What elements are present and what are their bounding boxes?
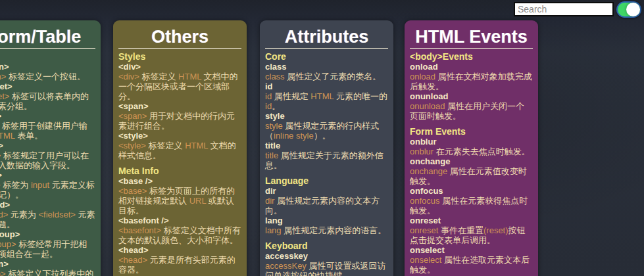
entry-desc: onchange 属性在元素值改变时触发。 <box>410 166 533 186</box>
section-heading: Meta Info <box>118 166 241 176</box>
code-token: <style> <box>118 141 146 150</box>
section-heading: <body>Events <box>410 52 533 62</box>
entry-term: onblur <box>410 137 533 147</box>
code-token: HTML <box>178 72 201 81</box>
code-token: onunload <box>410 101 445 111</box>
code-token: id <box>265 91 272 101</box>
entry-desc: <legend> 元素为 <fieldset> 元素定义标题。 <box>0 210 95 229</box>
search-input[interactable] <box>514 2 614 16</box>
desc-text: 标签为 <box>1 180 31 190</box>
column-html-events: HTML Events<body>Eventsonloadonload 属性在文… <box>405 20 538 276</box>
desc-text: 属性规定元素内容的语言。 <box>282 225 387 235</box>
code-token: <div> <box>118 72 139 81</box>
entry-term: <span> <box>118 101 241 111</box>
code-token: <button> <box>0 72 6 81</box>
entry-term: <fieldset> <box>0 81 95 91</box>
code-token: style <box>265 121 283 131</box>
entry-desc: <form> 标签用于创建供用户输入的 HTML 表单。 <box>0 121 95 141</box>
section-heading: Keyboard <box>265 241 388 251</box>
entry-term: <optgroup> <box>0 229 95 239</box>
entry-term: <base /> <box>118 176 241 186</box>
title-divider <box>265 48 388 49</box>
code-token: inline style <box>274 131 314 141</box>
entry-desc: accessKey 属性可设置或返回访问单选按钮的快捷键。 <box>265 261 388 276</box>
column-title: Form/Table <box>0 27 95 47</box>
code-token: HTML <box>185 141 208 150</box>
section-heading: Styles <box>118 52 241 62</box>
code-token: <base> <box>118 186 147 196</box>
section-heading: Form <box>0 52 95 62</box>
desc-text: 元素的唯一的 <box>334 91 387 101</box>
entry-desc: style 属性规定元素的行内样式（inline style）。 <box>265 121 388 141</box>
code-token: <head> <box>118 255 147 265</box>
entry-term: accesskey <box>265 251 388 261</box>
entry-term: <legend> <box>0 200 95 210</box>
desc-text: 。 <box>272 101 280 111</box>
code-token: id <box>265 101 272 111</box>
title-divider <box>118 48 241 49</box>
entry-term: <label> <box>0 170 95 180</box>
code-token: lang <box>265 225 282 235</box>
entry-desc: <fieldset> 标签可以将表单内的相关元素分组。 <box>0 91 95 111</box>
section-heading: Core <box>265 52 388 62</box>
code-token: title <box>265 150 278 160</box>
entry-term: <style> <box>118 131 241 141</box>
column-others: OthersStyles<div><div> 标签定义 HTML 文档中的一个分… <box>113 20 247 276</box>
column-title: HTML Events <box>410 27 533 47</box>
entry-desc: onfocus 属性在元素获得焦点时触发。 <box>410 196 533 216</box>
entry-desc: lang 属性规定元素内容的语言。 <box>265 225 388 235</box>
code-token: onblur <box>410 147 433 156</box>
entry-term: style <box>265 111 388 121</box>
entry-term: <button> <box>0 62 95 72</box>
entry-term: id <box>265 81 388 91</box>
column-title: Attributes <box>265 27 388 47</box>
section-heading: Language <box>265 176 388 186</box>
entry-term: <option> <box>0 259 95 269</box>
entry-term: onfocus <box>410 186 533 196</box>
entry-desc: <head> 元素是所有头部元素的容器。 <box>118 255 241 275</box>
code-token: <span> <box>118 111 147 121</box>
code-token: class <box>265 72 285 81</box>
column-attributes: AttributesCoreclassclass 属性定义了元素的类名。idid… <box>260 20 393 276</box>
entry-term: <head> <box>118 245 241 255</box>
entry-term: class <box>265 62 388 72</box>
entry-term: lang <box>265 216 388 225</box>
desc-text: 标签可以将表单内的相关元素分组。 <box>0 91 89 111</box>
title-divider <box>410 48 533 49</box>
entry-desc: class 属性定义了元素的类名。 <box>265 72 388 81</box>
section-heading: Form Events <box>410 127 533 137</box>
code-token: URL <box>189 196 207 206</box>
code-token: onselect <box>410 255 441 265</box>
code-token: <optgroup> <box>0 239 16 249</box>
entry-term: <div> <box>118 62 241 72</box>
desc-text: 标签定义 <box>146 141 185 150</box>
entry-desc: title 属性规定关于元素的额外信息。 <box>265 150 388 170</box>
code-token: accessKey <box>265 261 307 271</box>
desc-text: 在元素失去焦点时触发。 <box>433 147 530 156</box>
entry-desc: onreset 事件在重置(reset)按钮点击提交表单后调用。 <box>410 225 533 245</box>
desc-text: 标签规定了用户可以在其中输入数据的输入字段。 <box>0 150 89 170</box>
desc-text: 标签定义 <box>139 72 178 81</box>
code-token: dir <box>265 196 274 206</box>
desc-text: 元素为 <box>8 210 38 219</box>
entry-term: <basefont /> <box>118 216 241 225</box>
entry-desc: <div> 标签定义 HTML 文档中的一个分隔区块或者一个区域部分。 <box>118 72 241 101</box>
code-token: <option> <box>0 269 6 276</box>
entry-desc: <label> 标签为 input 元素定义标注（标记）。 <box>0 180 95 200</box>
code-token: onload <box>410 72 435 81</box>
entry-term: onselect <box>410 245 533 255</box>
entry-desc: dir 属性规定元素内容的文本方向。 <box>265 196 388 216</box>
code-token: <fieldset> <box>0 91 9 101</box>
entry-desc: <input> 标签规定了用户可以在其中输入数据的输入字段。 <box>0 150 95 170</box>
entry-desc: id 属性规定 HTML 元素的唯一的 id。 <box>265 91 388 111</box>
column-form-table: Form/TableForm<button><button> 标签定义一个按钮。… <box>0 20 101 276</box>
entry-desc: <style> 标签定义 HTML 文档的样式信息。 <box>118 141 241 160</box>
code-token: onreset <box>410 225 438 235</box>
desc-text: 表单。 <box>15 131 43 141</box>
entry-desc: onload 属性在文档对象加载完成后触发。 <box>410 72 533 91</box>
search-toggle[interactable] <box>616 1 641 18</box>
desc-text: 属性规定 <box>272 91 310 101</box>
entry-desc: <basefont> 标签定义文档中所有文本的默认颜色、大小和字体。 <box>118 225 241 245</box>
entry-desc: onunload 属性在用户关闭一个页面时触发。 <box>410 101 533 121</box>
page-background: Form/TableForm<button><button> 标签定义一个按钮。… <box>0 0 644 276</box>
